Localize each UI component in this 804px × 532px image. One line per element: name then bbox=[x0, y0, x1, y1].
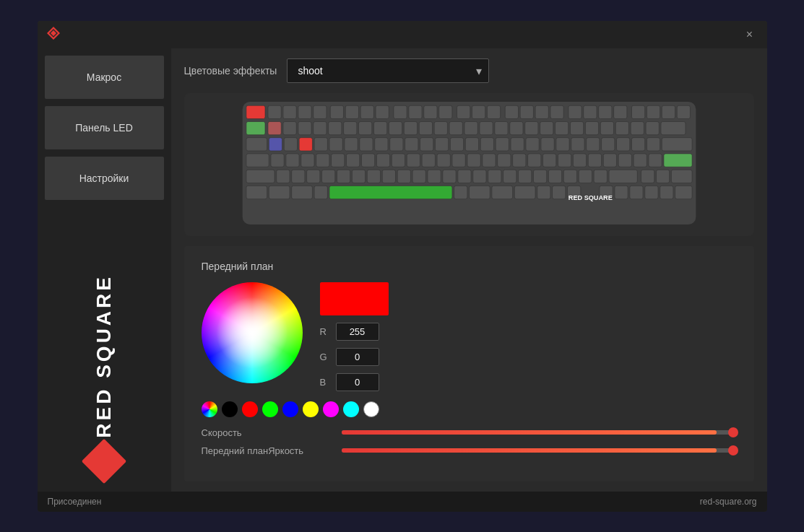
svg-rect-144 bbox=[269, 186, 290, 199]
brightness-slider-row: Передний планЯркость bbox=[202, 445, 737, 456]
svg-rect-36 bbox=[313, 121, 326, 134]
preset-black[interactable] bbox=[222, 401, 238, 417]
sidebar-item-led-panel[interactable]: Панель LED bbox=[45, 106, 164, 149]
svg-rect-148 bbox=[454, 186, 467, 199]
svg-rect-125 bbox=[397, 170, 410, 183]
svg-rect-145 bbox=[291, 186, 312, 199]
svg-rect-95 bbox=[361, 153, 374, 166]
rgb-g-row: G bbox=[320, 348, 389, 366]
svg-rect-72 bbox=[435, 137, 448, 150]
preset-magenta[interactable] bbox=[323, 401, 339, 417]
brightness-slider[interactable] bbox=[342, 448, 737, 453]
color-effects-select[interactable]: shoot static breathing wave reactive bbox=[287, 58, 489, 83]
svg-rect-93 bbox=[331, 153, 344, 166]
svg-rect-160 bbox=[675, 186, 692, 199]
svg-rect-113 bbox=[634, 153, 647, 166]
svg-rect-7 bbox=[298, 105, 311, 118]
svg-rect-152 bbox=[537, 186, 550, 199]
svg-rect-34 bbox=[282, 121, 295, 134]
svg-rect-55 bbox=[600, 121, 613, 134]
svg-rect-45 bbox=[449, 121, 462, 134]
svg-rect-16 bbox=[438, 105, 451, 118]
svg-rect-30 bbox=[662, 105, 675, 118]
svg-rect-143 bbox=[246, 186, 267, 199]
svg-rect-21 bbox=[520, 105, 533, 118]
svg-rect-111 bbox=[603, 153, 616, 166]
svg-rect-106 bbox=[527, 153, 540, 166]
svg-rect-5 bbox=[267, 105, 280, 118]
preset-blue[interactable] bbox=[282, 401, 298, 417]
g-input[interactable] bbox=[336, 348, 379, 366]
svg-rect-33 bbox=[267, 121, 280, 134]
svg-rect-59 bbox=[660, 121, 685, 134]
color-effects-dropdown[interactable]: shoot static breathing wave reactive ▾ bbox=[287, 58, 489, 83]
svg-rect-43 bbox=[419, 121, 432, 134]
svg-rect-79 bbox=[540, 137, 553, 150]
svg-rect-78 bbox=[525, 137, 538, 150]
sidebar-item-macro[interactable]: Макрос bbox=[45, 56, 164, 99]
svg-rect-85 bbox=[631, 137, 644, 150]
svg-rect-18 bbox=[472, 105, 485, 118]
svg-rect-87 bbox=[662, 137, 692, 150]
svg-rect-88 bbox=[246, 153, 268, 166]
svg-rect-25 bbox=[583, 105, 596, 118]
svg-rect-81 bbox=[571, 137, 584, 150]
svg-rect-23 bbox=[550, 105, 563, 118]
close-button[interactable]: × bbox=[741, 26, 758, 43]
svg-rect-57 bbox=[631, 121, 644, 134]
svg-rect-105 bbox=[512, 153, 525, 166]
svg-rect-48 bbox=[494, 121, 507, 134]
svg-rect-127 bbox=[427, 170, 440, 183]
preset-white[interactable] bbox=[363, 401, 379, 417]
svg-rect-15 bbox=[423, 105, 436, 118]
svg-rect-63 bbox=[299, 137, 312, 150]
svg-rect-19 bbox=[487, 105, 500, 118]
svg-rect-71 bbox=[420, 137, 433, 150]
svg-rect-153 bbox=[552, 186, 565, 199]
status-left: Присоединен bbox=[48, 497, 102, 507]
b-input[interactable] bbox=[336, 373, 379, 391]
preset-green[interactable] bbox=[262, 401, 278, 417]
svg-rect-157 bbox=[629, 186, 642, 199]
svg-rect-35 bbox=[298, 121, 311, 134]
preset-yellow[interactable] bbox=[303, 401, 319, 417]
svg-rect-40 bbox=[373, 121, 386, 134]
svg-rect-99 bbox=[422, 153, 435, 166]
svg-rect-92 bbox=[316, 153, 329, 166]
svg-rect-137 bbox=[579, 170, 592, 183]
svg-rect-42 bbox=[404, 121, 417, 134]
svg-rect-114 bbox=[648, 153, 661, 166]
svg-rect-107 bbox=[543, 153, 556, 166]
preset-rainbow[interactable] bbox=[202, 401, 217, 417]
speed-slider[interactable] bbox=[342, 430, 737, 435]
sidebar: Макрос Панель LED Настройки RED SQUARE bbox=[38, 48, 171, 492]
svg-rect-133 bbox=[518, 170, 531, 183]
svg-rect-123 bbox=[367, 170, 380, 183]
r-input[interactable] bbox=[336, 323, 379, 341]
settings-panel: Передний план R bbox=[184, 246, 754, 481]
title-bar: × bbox=[38, 21, 767, 48]
svg-rect-129 bbox=[457, 170, 470, 183]
color-preview bbox=[320, 282, 389, 315]
svg-rect-94 bbox=[346, 153, 359, 166]
svg-rect-31 bbox=[677, 105, 690, 118]
svg-rect-86 bbox=[647, 137, 660, 150]
preset-cyan[interactable] bbox=[343, 401, 359, 417]
svg-rect-126 bbox=[412, 170, 425, 183]
svg-rect-44 bbox=[434, 121, 447, 134]
svg-rect-130 bbox=[472, 170, 485, 183]
color-effects-label: Цветовые эффекты bbox=[184, 65, 277, 77]
svg-rect-27 bbox=[613, 105, 626, 118]
color-section: R G B bbox=[202, 282, 737, 391]
svg-rect-50 bbox=[524, 121, 537, 134]
svg-rect-24 bbox=[568, 105, 581, 118]
sidebar-item-settings[interactable]: Настройки bbox=[45, 157, 164, 200]
svg-rect-115 bbox=[663, 153, 691, 166]
color-wheel-container[interactable] bbox=[202, 282, 303, 383]
svg-rect-139 bbox=[609, 170, 637, 183]
status-bar: Присоединен red-square.org bbox=[38, 492, 767, 512]
svg-rect-122 bbox=[352, 170, 365, 183]
svg-rect-4 bbox=[246, 105, 264, 118]
svg-rect-53 bbox=[570, 121, 583, 134]
preset-red[interactable] bbox=[242, 401, 258, 417]
